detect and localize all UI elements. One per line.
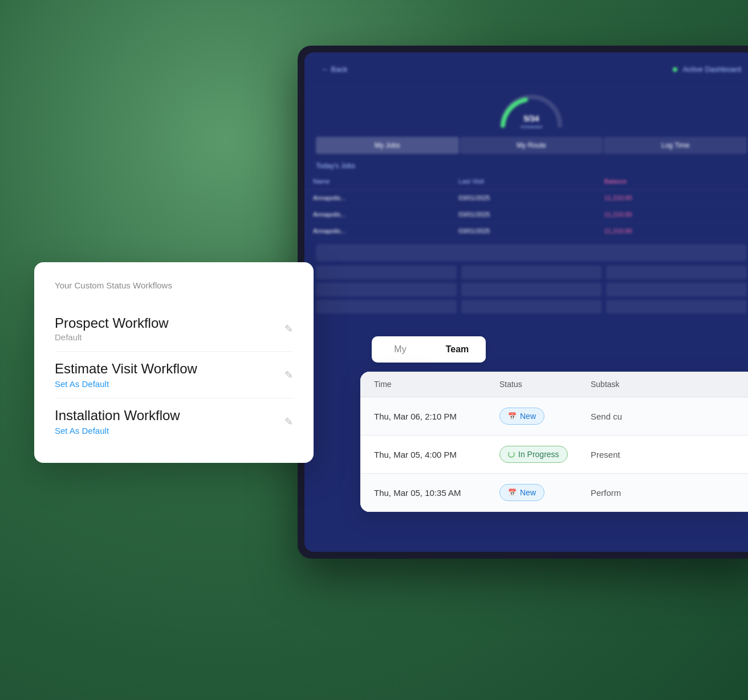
set-default-estimate[interactable]: Set As Default: [55, 379, 197, 389]
badge-progress-label: In Progress: [518, 450, 559, 459]
workflow-item-estimate: Estimate Visit Workflow Set As Default ✎: [55, 352, 293, 398]
tab-my-route[interactable]: My Route: [460, 137, 603, 154]
workflow-panel: Your Custom Status Workflows Prospect Wo…: [34, 262, 314, 463]
status-1: 📅 New: [499, 408, 591, 425]
calendar-icon-1: 📅: [508, 412, 517, 420]
dash-block-row: [316, 300, 747, 314]
badge-new-label-1: New: [520, 412, 536, 421]
header-subtask: Subtask: [591, 380, 734, 389]
panel-title: Your Custom Status Workflows: [55, 280, 293, 290]
jobs-row-2: Thu, Mar 05, 4:00 PM In Progress Present: [360, 436, 748, 474]
workflow-item-prospect: Prospect Workflow Default ✎: [55, 306, 293, 352]
my-team-toggle[interactable]: My Team: [372, 336, 486, 363]
subtask-3: Perform: [591, 488, 734, 498]
dash-block-row: [316, 266, 747, 279]
tab-my-jobs[interactable]: My Jobs: [316, 137, 459, 154]
header-status: Status: [499, 380, 591, 389]
edit-icon-estimate[interactable]: ✎: [284, 369, 293, 381]
status-dot: [673, 67, 677, 72]
time-3: Thu, Mar 05, 10:35 AM: [374, 488, 499, 498]
team-toggle-button[interactable]: Team: [429, 336, 486, 363]
status-text: Active Dashboard: [682, 65, 741, 74]
jobs-row-1: Thu, Mar 06, 2:10 PM 📅 New Send cu: [360, 397, 748, 436]
tab-log-time[interactable]: Log Time: [604, 137, 747, 154]
spinner-icon: [508, 451, 515, 458]
back-button[interactable]: ← Back: [322, 65, 348, 74]
calendar-icon-3: 📅: [508, 489, 517, 496]
badge-new-3: 📅 New: [499, 484, 544, 501]
time-1: Thu, Mar 06, 2:10 PM: [374, 412, 499, 421]
dashboard-tabs: My Jobs My Route Log Time: [304, 137, 748, 154]
svg-text:5/34: 5/34: [523, 114, 539, 123]
header-time: Time: [374, 380, 499, 389]
workflow-name-estimate: Estimate Visit Workflow: [55, 361, 197, 377]
time-2: Thu, Mar 05, 4:00 PM: [374, 450, 499, 459]
edit-icon-prospect[interactable]: ✎: [284, 323, 293, 335]
table-row: Annapolis... 03/01/2025 11,210.00: [304, 206, 748, 223]
today-label: Today's Jobs: [304, 160, 748, 173]
dash-table-header: Name Last Visit Balance: [304, 173, 748, 190]
status-2: In Progress: [499, 446, 591, 463]
dash-block-row: [316, 283, 747, 296]
table-row: Annapolis... 03/01/2025 11,210.00: [304, 223, 748, 239]
subtask-2: Present: [591, 450, 734, 459]
set-default-installation[interactable]: Set As Default: [55, 426, 180, 436]
jobs-row-3: Thu, Mar 05, 10:35 AM 📅 New Perform: [360, 474, 748, 512]
gauge-container: 5/34 Scheduled: [304, 80, 748, 137]
badge-new-1: 📅 New: [499, 408, 544, 425]
edit-icon-installation[interactable]: ✎: [284, 416, 293, 428]
workflow-default-label: Default: [55, 332, 169, 342]
svg-text:Scheduled: Scheduled: [521, 124, 542, 129]
badge-new-label-3: New: [520, 488, 536, 497]
dash-block: [316, 244, 747, 261]
status-3: 📅 New: [499, 484, 591, 501]
right-panel: My Team Time Status Subtask Thu, Mar 06,…: [360, 336, 748, 512]
subtask-1: Send cu: [591, 412, 734, 421]
jobs-table-panel: Time Status Subtask Thu, Mar 06, 2:10 PM…: [360, 372, 748, 512]
badge-in-progress: In Progress: [499, 446, 568, 463]
workflow-name-installation: Installation Workflow: [55, 408, 180, 424]
workflow-item-installation: Installation Workflow Set As Default ✎: [55, 398, 293, 445]
my-toggle-button[interactable]: My: [372, 336, 429, 363]
jobs-table-header: Time Status Subtask: [360, 372, 748, 397]
table-row: Annapolis... 03/01/2025 11,210.00: [304, 190, 748, 206]
workflow-name-prospect: Prospect Workflow: [55, 315, 169, 331]
